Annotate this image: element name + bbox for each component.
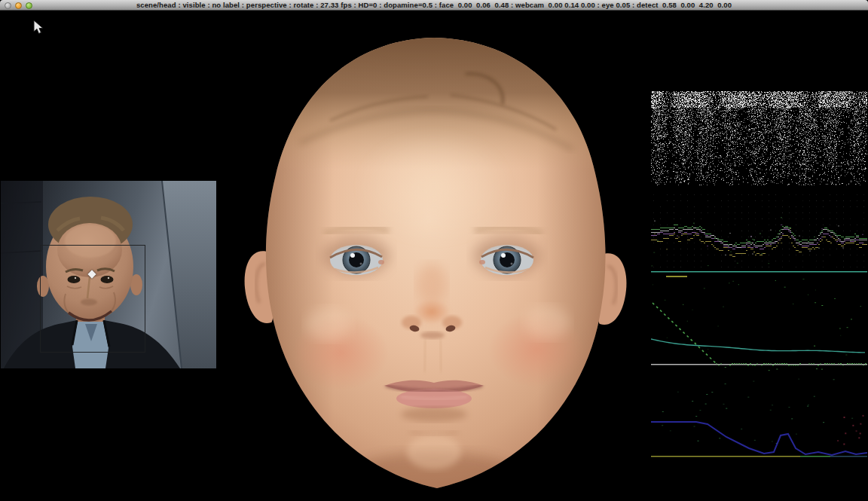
app-window: scene/head : visible : no label : perspe…: [0, 0, 868, 501]
title-bar: scene/head : visible : no label : perspe…: [0, 0, 868, 11]
face-detection-box: [40, 245, 145, 353]
signal-history-panel: [651, 377, 867, 461]
mouse-cursor-icon: [33, 20, 44, 35]
signal-decay-panel: [651, 277, 867, 375]
neural-activity-traces-panel: [651, 190, 867, 279]
baby-face-render: [240, 30, 631, 493]
baby-eye-left: [322, 236, 390, 276]
audio-spectrogram-panel: [651, 90, 867, 185]
baby-eye-right: [473, 236, 541, 276]
webcam-feed-panel: [1, 181, 216, 368]
window-title: scene/head : visible : no label : perspe…: [0, 0, 868, 11]
